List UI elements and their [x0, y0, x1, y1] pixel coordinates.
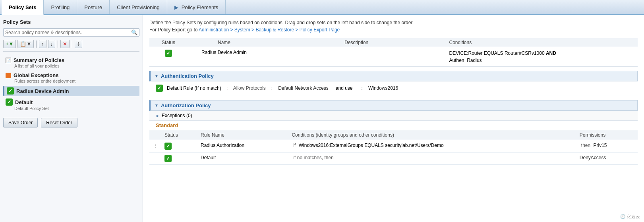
- save-order-button[interactable]: Save Order: [3, 118, 38, 127]
- green-check-icon-2: ✓: [6, 98, 13, 106]
- intro-text: Define the Policy Sets by configuring ru…: [149, 19, 638, 33]
- tab-client-provisioning-label: Client Provisioning: [117, 4, 160, 10]
- save-reset-buttons: Save Order Reset Order: [3, 118, 139, 127]
- tab-posture-label: Posture: [84, 4, 102, 10]
- sidebar-item-default-title: Default: [15, 99, 33, 105]
- import-button[interactable]: ⤵: [75, 40, 82, 48]
- authz-table-header-row: Status Rule Name Conditions (identity gr…: [149, 130, 638, 140]
- auth-policy-arrow: ▼: [155, 74, 159, 78]
- orange-icon: [6, 73, 11, 78]
- toolbar-separator-2: [58, 41, 58, 48]
- th-conditions: Conditions (identity groups and other co…: [288, 130, 576, 140]
- tab-posture[interactable]: Posture: [77, 0, 110, 14]
- col-name: Name: [184, 40, 264, 45]
- admin-link[interactable]: Administration > System > Backup & Resto…: [199, 27, 340, 33]
- auth-rule-check[interactable]: ✓: [156, 85, 163, 92]
- sidebar-item-default-desc: Default Policy Set: [6, 106, 137, 111]
- row1-if: if: [293, 143, 296, 148]
- tab-profiling[interactable]: Profiling: [44, 0, 77, 14]
- watermark-text: 亿速云: [627, 214, 640, 220]
- row1-permissions: then Priv15: [576, 140, 638, 153]
- authz-policy-title: Authorization Policy: [161, 102, 211, 108]
- tab-profiling-label: Profiling: [51, 4, 70, 10]
- row2-conditions-cell: if no matches, then: [288, 153, 576, 165]
- th-drag: [149, 130, 161, 140]
- row1-status: ✓: [161, 140, 197, 153]
- sidebar: Policy Sets 🔍 +▼ 📋▼ ↑ ↓ ✕ ⤵ 📄 Summary of…: [0, 15, 143, 222]
- and-keyword: AND: [546, 50, 556, 56]
- tab-client-provisioning[interactable]: Client Provisioning: [110, 0, 167, 14]
- reset-order-button[interactable]: Reset Order: [41, 118, 77, 127]
- page-icon: 📄: [6, 58, 11, 63]
- arrow-icon: ▶: [174, 4, 178, 10]
- sidebar-item-summary[interactable]: 📄 Summary of Policies A list of all your…: [3, 56, 139, 70]
- and-use-value: Windows2016: [368, 85, 398, 91]
- row2-if: if no matches, then: [293, 155, 333, 160]
- auth-policy-section-header[interactable]: ▼ Authentication Policy: [149, 71, 638, 81]
- move-up-button[interactable]: ↑: [39, 40, 46, 48]
- table-row: ⋮ ✓ Radius Authorization if Windows2016:…: [149, 140, 638, 153]
- row2-permissions: DenyAccess: [576, 153, 638, 165]
- default-rule-label: Default Rule (If no match): [167, 85, 221, 91]
- sidebar-item-global-exceptions-title: Global Exceptions: [14, 72, 58, 78]
- col-description: Description: [264, 40, 449, 45]
- colon-sep: :: [225, 85, 229, 91]
- sidebar-title: Policy Sets: [3, 19, 139, 25]
- sidebar-item-summary-title: Summary of Policies: [14, 57, 64, 63]
- exceptions-arrow: ►: [156, 114, 160, 118]
- add-button[interactable]: +▼: [3, 40, 16, 48]
- exceptions-header[interactable]: ► Exceptions (0): [149, 111, 638, 121]
- sidebar-item-global-exceptions[interactable]: Global Exceptions Rules across entire de…: [3, 71, 139, 85]
- row1-conditions-cell: if Windows2016:ExternalGroups EQUALS sec…: [288, 140, 576, 153]
- move-down-button[interactable]: ↓: [48, 40, 56, 48]
- sidebar-item-global-exceptions-desc: Rules across entire deployment: [6, 79, 137, 83]
- policy-row: ✓ Radius Device Admin DEVICE:Router EQUA…: [149, 47, 638, 67]
- th-rule-name: Rule Name: [197, 130, 288, 140]
- tab-policy-elements[interactable]: ▶ Policy Elements: [167, 0, 226, 14]
- intro-line-2: For Policy Export go to Administration >…: [149, 26, 638, 33]
- intro-line-1: Define the Policy Sets by configuring ru…: [149, 19, 638, 26]
- policy-status-check[interactable]: ✓: [165, 50, 172, 57]
- toolbar-separator-3: [72, 41, 72, 48]
- authz-policy-section-header[interactable]: ▼ Authorization Policy: [149, 100, 638, 111]
- col-conditions: Conditions: [449, 40, 635, 45]
- search-input[interactable]: [5, 30, 131, 35]
- row1-rule-name: Radius Authorization: [197, 140, 288, 153]
- allow-protocols-label: Allow Protocols: [233, 85, 266, 91]
- delete-button[interactable]: ✕: [60, 40, 70, 48]
- colon-2: :: [271, 85, 273, 91]
- standard-label: Standard: [149, 121, 638, 130]
- th-permissions: Permissions: [576, 130, 638, 140]
- authz-section: ► Exceptions (0) Standard Status Rule Na…: [149, 111, 638, 165]
- table-row: ✓ Default if no matches, then DenyAccess: [149, 153, 638, 165]
- row1-check[interactable]: ✓: [164, 143, 172, 150]
- watermark: 🕐 亿速云: [620, 214, 640, 220]
- row2-rule-name-text: Default: [201, 155, 216, 160]
- tab-policy-elements-label: Policy Elements: [182, 4, 218, 10]
- content-area: Define the Policy Sets by configuring ru…: [143, 15, 644, 222]
- toolbar: +▼ 📋▼ ↑ ↓ ✕ ⤵: [3, 40, 139, 52]
- drag-handle-icon[interactable]: ⋮: [153, 143, 158, 149]
- sidebar-item-radius-device-admin[interactable]: ✓ Radius Device Admin: [3, 86, 139, 96]
- sidebar-item-summary-desc: A list of all your policies: [6, 64, 137, 68]
- copy-button[interactable]: 📋▼: [17, 40, 34, 48]
- row2-status: ✓: [161, 153, 197, 165]
- row1-conditions-text: Windows2016:ExternalGroups EQUALS securi…: [299, 143, 444, 148]
- th-status: Status: [161, 130, 197, 140]
- sidebar-item-default[interactable]: ✓ Default Default Policy Set: [3, 97, 139, 112]
- authz-table: Status Rule Name Conditions (identity gr…: [149, 130, 638, 165]
- col-status: Status: [153, 40, 184, 45]
- green-check-icon: ✓: [7, 87, 14, 95]
- sidebar-item-radius-title: Radius Device Admin: [16, 88, 69, 94]
- tab-bar: Policy Sets Profiling Posture Client Pro…: [0, 0, 644, 15]
- row2-check[interactable]: ✓: [164, 155, 172, 162]
- policy-table-header: Status Name Description Conditions: [149, 38, 638, 47]
- authz-policy-arrow: ▼: [155, 103, 159, 108]
- tab-policy-sets[interactable]: Policy Sets: [2, 0, 44, 15]
- search-icon[interactable]: 🔍: [131, 29, 137, 35]
- auth-policy-row: ✓ Default Rule (If no match) : Allow Pro…: [149, 81, 638, 95]
- intro-line-2-prefix: For Policy Export go to: [149, 27, 199, 33]
- auth-policy-title: Authentication Policy: [161, 73, 214, 79]
- row1-rule-name-text: Radius Authorization: [201, 143, 244, 148]
- allow-protocols-value: Default Network Access: [278, 85, 329, 91]
